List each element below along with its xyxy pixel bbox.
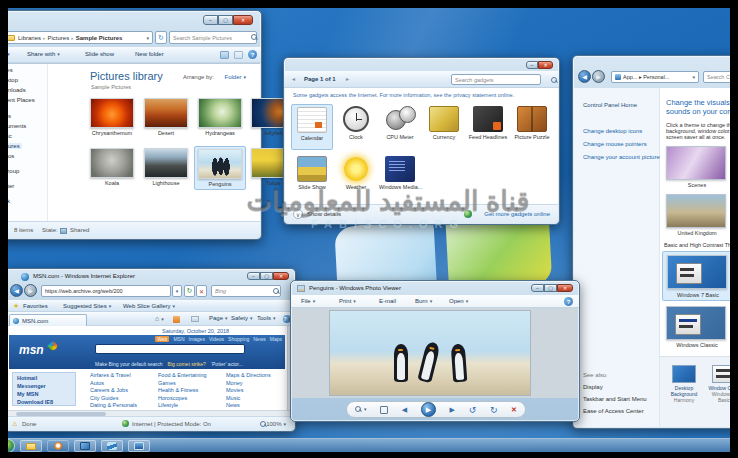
column-link[interactable]: Music xyxy=(226,395,271,401)
page-next-button[interactable]: ▸ xyxy=(346,75,349,82)
ease-of-access-link[interactable]: Ease of Access Center xyxy=(583,408,644,414)
views-button[interactable] xyxy=(220,51,229,59)
favorites-button[interactable]: Favorites xyxy=(23,303,48,309)
nav-images[interactable]: Images xyxy=(189,336,205,342)
organize-menu[interactable]: Organize xyxy=(8,51,10,57)
zoom-level[interactable]: 100% xyxy=(266,421,286,427)
change-account-picture-link[interactable]: Change your account picture xyxy=(583,154,660,160)
file-menu[interactable]: File xyxy=(301,298,315,304)
column-link[interactable]: Health & Fitness xyxy=(158,387,207,393)
nav-videos[interactable]: Videos xyxy=(209,336,224,342)
search-input[interactable] xyxy=(703,71,730,83)
close-button[interactable]: ✕ xyxy=(557,284,573,292)
address-dropdown-icon[interactable]: ▾ xyxy=(692,74,695,80)
messenger-link[interactable]: Messenger xyxy=(17,383,75,389)
close-button[interactable]: ✕ xyxy=(538,61,553,69)
burn-menu[interactable]: Burn xyxy=(415,298,432,304)
close-button[interactable]: ✕ xyxy=(273,272,289,280)
gadget-picture-puzzle[interactable]: Picture Puzzle xyxy=(511,104,553,150)
sidebar-item-computer[interactable]: Computer xyxy=(8,183,14,189)
file-hydrangeas[interactable]: Hydrangeas xyxy=(194,98,246,136)
gadget-clock[interactable]: Clock xyxy=(335,104,377,150)
sidebar-item-pictures[interactable]: Pictures xyxy=(8,143,22,149)
address-bar[interactable]: Libraries ▸ Pictures ▸ Sample Pictures ▾ xyxy=(8,31,153,44)
forward-button[interactable]: ▶ xyxy=(24,284,37,297)
taskbar-start-menu-link[interactable]: Taskbar and Start Menu xyxy=(583,396,647,402)
minimize-button[interactable]: – xyxy=(531,284,544,292)
url-dropdown-button[interactable]: ▾ xyxy=(172,285,182,297)
theme-scenes[interactable] xyxy=(666,146,726,180)
preview-pane-button[interactable] xyxy=(234,51,243,59)
rotate-right-button[interactable]: ↻ xyxy=(490,405,498,415)
sidebar-item-videos[interactable]: Videos xyxy=(8,153,14,159)
control-panel-home-link[interactable]: Control Panel Home xyxy=(583,102,637,108)
sidebar-item-favorites[interactable]: Favorites xyxy=(8,67,13,73)
column-link[interactable]: Movies xyxy=(226,387,271,393)
file-chrysanthemum[interactable]: Chrysanthemum xyxy=(86,98,138,136)
nav-shopping[interactable]: Shopping xyxy=(228,336,249,342)
gadget-slide-show[interactable]: Slide Show xyxy=(291,154,333,200)
file-koala[interactable]: Koala xyxy=(86,148,138,186)
column-link[interactable]: Horoscopes xyxy=(158,395,207,401)
my-msn-link[interactable]: My MSN xyxy=(17,391,75,397)
breadcrumb[interactable]: App... ▸ Personal... xyxy=(623,74,669,80)
nav-maps[interactable]: Maps xyxy=(270,336,282,342)
file-penguins-selected[interactable]: Penguins xyxy=(194,146,246,190)
sidebar-item-libraries[interactable]: Libraries xyxy=(8,113,11,119)
column-link[interactable]: Lifestyle xyxy=(158,402,207,408)
next-button[interactable]: ▶ xyxy=(450,406,455,414)
close-button[interactable]: ✕ xyxy=(233,15,253,25)
sidebar-item-recent-places[interactable]: Recent Places xyxy=(8,97,35,103)
theme-united-kingdom[interactable] xyxy=(666,194,726,228)
delete-button[interactable]: ✕ xyxy=(511,406,517,414)
help-icon[interactable]: ? xyxy=(248,50,257,59)
change-mouse-pointers-link[interactable]: Change mouse pointers xyxy=(583,141,647,147)
download-ie8-link[interactable]: Download IE8 xyxy=(17,399,75,405)
nav-msn[interactable]: MSN xyxy=(173,336,184,342)
stop-button[interactable]: ✕ xyxy=(196,285,207,297)
get-more-gadgets-link[interactable]: Get more gadgets online xyxy=(484,211,550,217)
window-color-item[interactable]: Window Color Windows 7 Basic xyxy=(706,365,730,403)
promo-link-potter[interactable]: ‘Potter’ actor... xyxy=(211,361,243,367)
email-menu[interactable]: E-mail xyxy=(379,298,396,304)
theme-windows7-basic-selected[interactable]: Windows 7 Basic xyxy=(662,251,730,301)
address-bar[interactable]: App... ▸ Personal... ▾ xyxy=(611,71,699,83)
change-desktop-icons-link[interactable]: Change desktop icons xyxy=(583,128,642,134)
print-menu[interactable]: Print xyxy=(339,298,356,304)
page-prev-button[interactable]: ◂ xyxy=(292,75,295,82)
show-details-link[interactable]: Show details xyxy=(307,211,341,217)
nav-web[interactable]: Web xyxy=(155,336,169,342)
sidebar-item-network[interactable]: Network xyxy=(8,198,10,204)
home-button[interactable]: ⌂ xyxy=(155,315,164,322)
maximize-button[interactable]: ▢ xyxy=(218,15,233,25)
bing-search-input[interactable] xyxy=(211,285,281,297)
promo-link-bing[interactable]: Make Bing your default search xyxy=(95,361,163,367)
arrange-by-dropdown[interactable]: Folder xyxy=(224,74,246,80)
gadget-search-input[interactable] xyxy=(451,74,541,85)
display-link[interactable]: Display xyxy=(583,384,603,390)
page-menu[interactable]: Page xyxy=(209,315,228,321)
sidebar-item-music[interactable]: Music xyxy=(8,133,12,139)
taskbar-item-personalization[interactable] xyxy=(128,440,150,452)
url-input[interactable] xyxy=(41,285,171,297)
feeds-button[interactable] xyxy=(173,316,180,323)
new-folder-button[interactable]: New folder xyxy=(135,51,164,57)
file-desert[interactable]: Desert xyxy=(140,98,192,136)
gadget-weather[interactable]: Weather xyxy=(335,154,377,200)
hotmail-link[interactable]: Hotmail xyxy=(17,375,75,381)
safety-menu[interactable]: Safety xyxy=(231,315,253,321)
forward-button[interactable]: ▶ xyxy=(592,70,605,83)
breadcrumb-libraries[interactable]: Libraries xyxy=(18,35,41,41)
tab-msn[interactable]: MSN.com xyxy=(9,314,87,326)
help-icon[interactable]: ? xyxy=(564,297,573,306)
gadget-windows-media[interactable]: Windows Media... xyxy=(379,154,421,200)
column-link[interactable]: Autos xyxy=(90,380,137,386)
print-button[interactable] xyxy=(191,316,199,322)
theme-windows-classic[interactable] xyxy=(666,306,726,340)
start-orb[interactable] xyxy=(8,439,15,452)
column-link[interactable]: Careers & Jobs xyxy=(90,387,137,393)
taskbar-item-photo-viewer[interactable] xyxy=(101,440,123,452)
breadcrumb-sample-pictures[interactable]: Sample Pictures xyxy=(76,35,123,41)
taskbar-item-gadget-gallery[interactable] xyxy=(74,440,96,452)
gadget-feed-headlines[interactable]: Feed Headlines xyxy=(467,104,509,150)
